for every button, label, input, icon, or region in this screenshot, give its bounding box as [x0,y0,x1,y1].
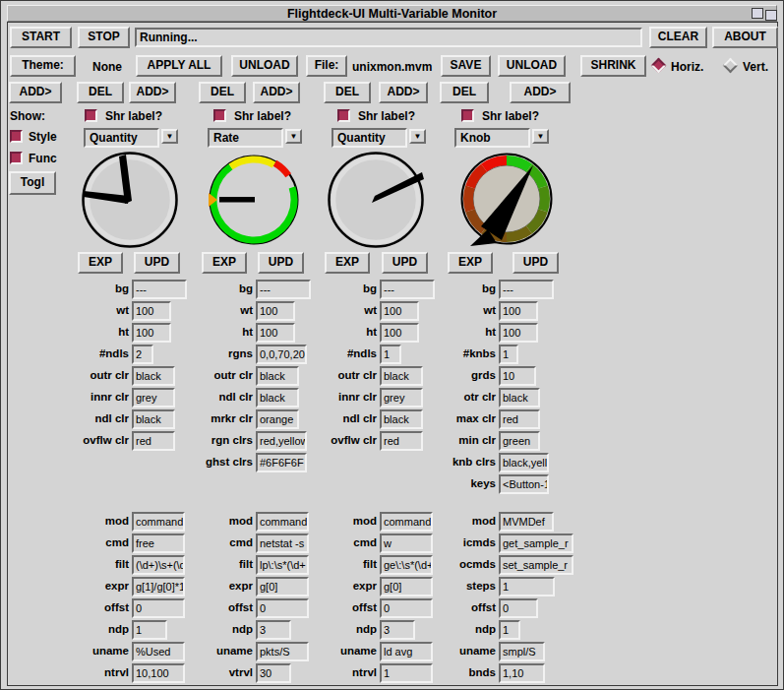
del-button-4[interactable]: DEL [440,82,489,103]
param-input-uname[interactable]: %Used [132,642,185,661]
param-input-ovflw-clr[interactable]: red [132,431,175,451]
param-input-ndl-clr[interactable]: black [380,409,423,429]
exp-button-1[interactable]: EXP [78,252,123,274]
widget-type-select-3[interactable]: Quantity [332,128,407,148]
param-input-ghst-clrs[interactable]: #6F6F6F [256,453,307,472]
param-input-ndp[interactable]: 3 [380,620,415,640]
chevron-down-icon[interactable]: ▼ [285,129,302,144]
widget-type-select-4[interactable]: Knob [454,128,530,148]
param-input-rgns[interactable]: 0,0,70,20 [256,345,307,364]
upd-button-4[interactable]: UPD [513,252,559,274]
add-button-2[interactable]: ADD> [129,82,176,103]
start-button[interactable]: START [10,27,72,48]
param-input--ndls[interactable]: 2 [132,345,153,364]
widget-type-select-2[interactable]: Rate [208,128,283,148]
param-input-expr[interactable]: g[0] [256,577,309,596]
theme-button[interactable]: Theme: [10,55,76,77]
add-button-4[interactable]: ADD> [379,82,428,103]
unload-file-button[interactable]: UNLOAD [498,55,566,77]
exp-button-4[interactable]: EXP [448,252,493,274]
param-input-bg[interactable]: --- [256,280,311,299]
add-button-3[interactable]: ADD> [253,82,300,103]
param-input-steps[interactable]: 1 [499,577,555,596]
param-input-outr-clr[interactable]: black [132,366,175,386]
upd-button-2[interactable]: UPD [258,252,304,274]
param-input-max-clr[interactable]: red [499,409,540,429]
param-input-ndl-clr[interactable]: black [256,388,299,408]
param-input-filt[interactable]: lp\:\s*(\d+ [256,555,309,575]
del-button-2[interactable]: DEL [199,82,246,103]
param-input-wt[interactable]: 100 [256,301,295,321]
param-input--ndls[interactable]: 1 [380,345,401,364]
param-input-ht[interactable]: 100 [380,323,419,343]
param-input-mod[interactable]: MVMDef [499,512,554,532]
chevron-down-icon[interactable]: ▼ [161,129,178,144]
exp-button-2[interactable]: EXP [202,252,247,274]
param-input-ht[interactable]: 100 [499,323,538,343]
shr-label-checkbox-2[interactable] [213,109,226,122]
chevron-down-icon[interactable]: ▼ [409,129,426,144]
param-input-offst[interactable]: 0 [499,598,538,618]
window-maximize-icon[interactable] [765,10,777,21]
widget-type-select-1[interactable]: Quantity [84,128,159,148]
param-input-grds[interactable]: 10 [499,366,536,386]
param-input-expr[interactable]: g[1]/g[0]*100 [132,577,185,596]
about-button[interactable]: ABOUT [712,27,778,48]
param-input-filt[interactable]: (\d+)\s+(\d+) [132,555,185,575]
add-button-1[interactable]: ADD> [9,82,62,103]
param-input--knbs[interactable]: 1 [499,345,518,364]
param-input-rgn-clrs[interactable]: red,yellow [256,431,307,451]
style-checkbox[interactable] [10,130,23,143]
param-input-ntrvl[interactable]: 10,100 [132,663,185,683]
param-input-otr-clr[interactable]: black [499,388,540,408]
param-input-mod[interactable]: command [256,512,309,532]
param-input-bg[interactable]: --- [132,280,187,299]
chevron-down-icon[interactable]: ▼ [532,129,549,144]
param-input-outr-clr[interactable]: black [256,366,299,386]
param-input-ndp[interactable]: 1 [132,620,167,640]
param-input-ocmds[interactable]: set_sample_r [499,555,573,575]
shr-label-checkbox-4[interactable] [461,109,474,122]
param-input-mod[interactable]: command [132,512,185,532]
gauge-quantity-2[interactable] [330,154,425,247]
param-input-innr-clr[interactable]: grey [132,388,175,408]
apply-all-button[interactable]: APPLY ALL [136,55,222,77]
title-bar[interactable]: Flightdeck-UI Multi-Variable Monitor [7,5,777,22]
upd-button-3[interactable]: UPD [382,252,428,274]
param-input-innr-clr[interactable]: grey [380,388,423,408]
param-input-ndl-clr[interactable]: black [132,409,175,429]
param-input-ndp[interactable]: 3 [256,620,291,640]
gauge-knob[interactable] [462,155,552,247]
shr-label-checkbox-3[interactable] [337,109,350,122]
param-input-ovflw-clr[interactable]: red [380,431,423,451]
exp-button-3[interactable]: EXP [325,252,370,274]
upd-button-1[interactable]: UPD [134,252,180,274]
window-minimize-icon[interactable] [752,8,763,19]
param-input-cmd[interactable]: netstat -s [256,533,309,553]
param-input-uname[interactable]: smpl/S [499,642,545,661]
shrink-button[interactable]: SHRINK [580,55,646,77]
param-input-vtrvl[interactable]: 30 [256,663,291,683]
param-input-bnds[interactable]: 1,10 [499,663,545,683]
param-input-keys[interactable]: <Button-1> [499,474,549,494]
param-input-icmds[interactable]: get_sample_r [499,533,573,553]
param-input-offst[interactable]: 0 [256,598,309,618]
param-input-knb-clrs[interactable]: black,yellow [499,453,549,472]
param-input-uname[interactable]: pkts/S [256,642,309,661]
param-input-wt[interactable]: 100 [132,301,171,321]
gauge-quantity-1[interactable] [84,154,177,247]
file-button[interactable]: File: [306,55,347,77]
shr-label-checkbox-1[interactable] [85,109,97,122]
del-button-1[interactable]: DEL [77,82,124,103]
del-button-3[interactable]: DEL [324,82,371,103]
stop-button[interactable]: STOP [78,27,130,48]
gauge-rate[interactable] [209,157,298,244]
param-input-mrkr-clr[interactable]: orange [256,409,299,429]
param-input-wt[interactable]: 100 [499,301,538,321]
unload-theme-button[interactable]: UNLOAD [231,55,298,77]
param-input-offst[interactable]: 0 [132,598,185,618]
param-input-cmd[interactable]: free [132,533,185,553]
param-input-min-clr[interactable]: green [499,431,540,451]
clear-button[interactable]: CLEAR [649,27,707,48]
status-field[interactable]: Running... [135,28,642,47]
